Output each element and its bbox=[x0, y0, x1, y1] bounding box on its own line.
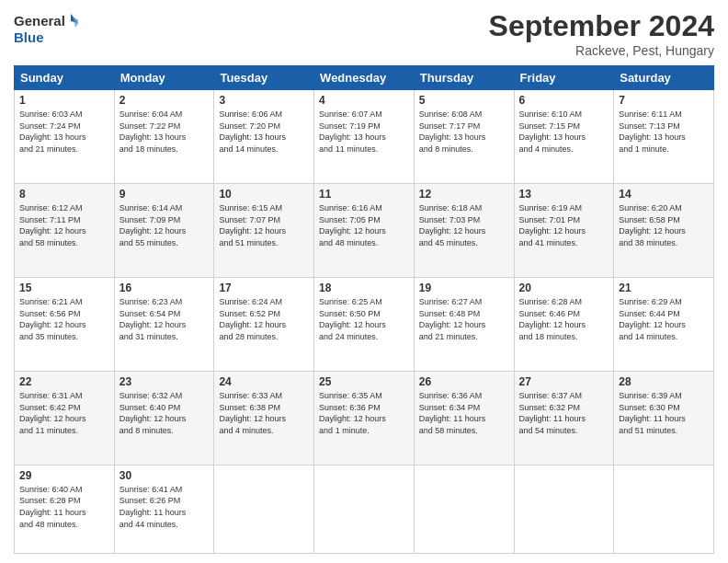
day-detail: Daylight: 13 hours bbox=[119, 132, 210, 144]
day-detail: Sunset: 6:48 PM bbox=[419, 308, 509, 320]
day-detail: and 4 minutes. bbox=[519, 144, 609, 155]
day-detail: Daylight: 12 hours bbox=[519, 319, 609, 331]
table-row bbox=[514, 465, 614, 553]
table-row: 28Sunrise: 6:39 AMSunset: 6:30 PMDayligh… bbox=[614, 371, 714, 465]
day-detail: and 18 minutes. bbox=[519, 331, 609, 343]
table-row: 5Sunrise: 6:08 AMSunset: 7:17 PMDaylight… bbox=[414, 90, 514, 184]
table-row bbox=[414, 465, 514, 553]
day-detail: Sunset: 6:44 PM bbox=[619, 308, 709, 320]
day-number: 12 bbox=[419, 188, 509, 201]
day-detail: Sunset: 7:09 PM bbox=[119, 214, 210, 226]
day-detail: and 4 minutes. bbox=[219, 425, 309, 437]
day-number: 1 bbox=[19, 94, 109, 107]
day-detail: Daylight: 12 hours bbox=[219, 225, 309, 237]
day-detail: Sunrise: 6:18 AM bbox=[419, 202, 509, 214]
day-detail: Sunset: 7:15 PM bbox=[519, 121, 609, 132]
day-number: 11 bbox=[319, 188, 409, 201]
day-detail: and 1 minute. bbox=[619, 144, 709, 155]
table-row: 30Sunrise: 6:41 AMSunset: 6:26 PMDayligh… bbox=[114, 465, 214, 553]
day-detail: and 21 minutes. bbox=[419, 331, 509, 343]
col-saturday: Saturday bbox=[614, 66, 714, 90]
table-row: 22Sunrise: 6:31 AMSunset: 6:42 PMDayligh… bbox=[15, 371, 115, 465]
day-number: 21 bbox=[619, 282, 709, 294]
table-row: 9Sunrise: 6:14 AMSunset: 7:09 PMDaylight… bbox=[114, 183, 214, 277]
day-detail: and 58 minutes. bbox=[19, 237, 109, 249]
day-detail: Sunrise: 6:40 AM bbox=[19, 484, 109, 496]
table-row: 16Sunrise: 6:23 AMSunset: 6:54 PMDayligh… bbox=[114, 277, 214, 371]
col-thursday: Thursday bbox=[414, 66, 514, 90]
day-detail: Sunrise: 6:20 AM bbox=[619, 202, 709, 214]
day-detail: Sunrise: 6:08 AM bbox=[419, 109, 509, 121]
day-detail: Sunrise: 6:35 AM bbox=[319, 390, 409, 402]
col-wednesday: Wednesday bbox=[314, 66, 415, 90]
day-detail: Daylight: 11 hours bbox=[619, 413, 709, 425]
day-detail: and 11 minutes. bbox=[19, 425, 109, 437]
day-detail: Sunset: 7:24 PM bbox=[19, 121, 109, 132]
logo: General Blue bbox=[14, 9, 78, 51]
table-row: 17Sunrise: 6:24 AMSunset: 6:52 PMDayligh… bbox=[214, 277, 314, 371]
day-number: 22 bbox=[19, 375, 109, 388]
day-detail: Daylight: 12 hours bbox=[19, 413, 109, 425]
day-detail: Sunrise: 6:29 AM bbox=[619, 296, 709, 308]
svg-text:Blue: Blue bbox=[14, 29, 44, 45]
day-detail: and 8 minutes. bbox=[119, 425, 210, 437]
table-row: 8Sunrise: 6:12 AMSunset: 7:11 PMDaylight… bbox=[15, 183, 115, 277]
day-detail: Sunset: 6:58 PM bbox=[619, 214, 709, 226]
day-detail: Sunset: 7:01 PM bbox=[519, 214, 609, 226]
day-detail: and 8 minutes. bbox=[419, 144, 509, 155]
day-detail: Daylight: 12 hours bbox=[119, 225, 210, 237]
day-detail: Sunset: 7:07 PM bbox=[219, 214, 309, 226]
day-number: 4 bbox=[319, 94, 409, 107]
day-number: 17 bbox=[219, 282, 309, 294]
day-detail: and 44 minutes. bbox=[119, 519, 210, 531]
day-detail: Sunset: 6:26 PM bbox=[119, 495, 210, 507]
day-number: 28 bbox=[619, 375, 709, 388]
day-detail: and 18 minutes. bbox=[119, 144, 210, 155]
day-detail: Sunset: 6:36 PM bbox=[319, 402, 409, 414]
day-detail: Sunset: 6:54 PM bbox=[119, 308, 210, 320]
day-number: 14 bbox=[619, 188, 709, 201]
day-detail: Daylight: 11 hours bbox=[119, 507, 210, 519]
day-number: 7 bbox=[619, 94, 709, 107]
day-detail: Sunset: 6:50 PM bbox=[319, 308, 409, 320]
day-detail: and 38 minutes. bbox=[619, 237, 709, 249]
day-detail: Sunrise: 6:36 AM bbox=[419, 390, 509, 402]
day-detail: Daylight: 12 hours bbox=[619, 225, 709, 237]
day-number: 26 bbox=[419, 375, 509, 388]
table-row: 15Sunrise: 6:21 AMSunset: 6:56 PMDayligh… bbox=[15, 277, 115, 371]
table-row: 29Sunrise: 6:40 AMSunset: 6:28 PMDayligh… bbox=[15, 465, 115, 553]
table-row: 3Sunrise: 6:06 AMSunset: 7:20 PMDaylight… bbox=[214, 90, 314, 184]
day-detail: and 48 minutes. bbox=[19, 519, 109, 531]
day-detail: Daylight: 13 hours bbox=[619, 132, 709, 144]
day-detail: and 54 minutes. bbox=[519, 425, 609, 437]
day-detail: Sunrise: 6:24 AM bbox=[219, 296, 309, 308]
col-friday: Friday bbox=[514, 66, 614, 90]
day-detail: and 28 minutes. bbox=[219, 331, 309, 343]
day-detail: Sunrise: 6:21 AM bbox=[19, 296, 109, 308]
day-detail: Daylight: 13 hours bbox=[319, 132, 409, 144]
day-detail: Daylight: 13 hours bbox=[519, 132, 609, 144]
day-detail: Daylight: 11 hours bbox=[19, 507, 109, 519]
day-detail: and 14 minutes. bbox=[619, 331, 709, 343]
day-detail: Sunset: 7:20 PM bbox=[219, 121, 309, 132]
table-row: 13Sunrise: 6:19 AMSunset: 7:01 PMDayligh… bbox=[514, 183, 614, 277]
table-row: 18Sunrise: 6:25 AMSunset: 6:50 PMDayligh… bbox=[314, 277, 415, 371]
day-number: 15 bbox=[19, 282, 109, 294]
day-detail: Sunrise: 6:41 AM bbox=[119, 484, 210, 496]
day-detail: Sunset: 7:13 PM bbox=[619, 121, 709, 132]
day-detail: and 1 minute. bbox=[319, 425, 409, 437]
table-row: 26Sunrise: 6:36 AMSunset: 6:34 PMDayligh… bbox=[414, 371, 514, 465]
day-detail: Sunset: 6:28 PM bbox=[19, 495, 109, 507]
header: General Blue September 2024 Rackeve, Pes… bbox=[14, 9, 714, 58]
day-detail: Sunset: 6:52 PM bbox=[219, 308, 309, 320]
day-detail: Sunset: 6:30 PM bbox=[619, 402, 709, 414]
calendar-header-row: Sunday Monday Tuesday Wednesday Thursday… bbox=[15, 66, 714, 90]
day-detail: Sunset: 6:56 PM bbox=[19, 308, 109, 320]
day-detail: Daylight: 13 hours bbox=[219, 132, 309, 144]
day-detail: Sunrise: 6:14 AM bbox=[119, 202, 210, 214]
page: General Blue September 2024 Rackeve, Pes… bbox=[0, 0, 728, 563]
day-detail: Daylight: 11 hours bbox=[519, 413, 609, 425]
table-row: 27Sunrise: 6:37 AMSunset: 6:32 PMDayligh… bbox=[514, 371, 614, 465]
day-detail: Sunset: 6:32 PM bbox=[519, 402, 609, 414]
table-row: 4Sunrise: 6:07 AMSunset: 7:19 PMDaylight… bbox=[314, 90, 415, 184]
